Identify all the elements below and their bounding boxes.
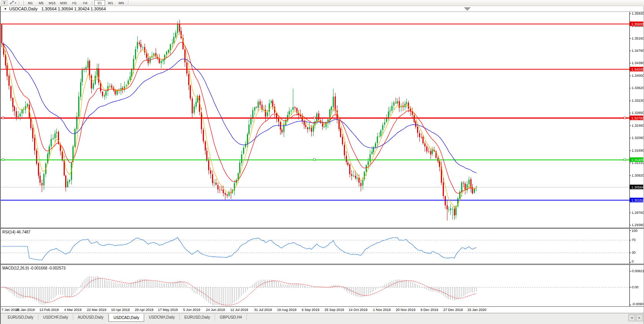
rsi-panel-canvas[interactable] <box>1 229 644 264</box>
timeframe-buttons: M1M5M15M30H1H4D1W1MN <box>25 0 130 6</box>
timeframe-button-H4[interactable]: H4 <box>80 0 90 6</box>
chart-tab-USDCNH-Daily[interactable]: USDCNH,Daily <box>144 314 180 321</box>
chart-tab-GBPUSD-H4[interactable]: GBPUSD,H4 <box>215 314 247 321</box>
toolbar-separator <box>92 1 93 5</box>
date-tick-label: 13 Feb 2019 <box>39 308 59 312</box>
chart-tab-bar: EURUSD,DailyUSDCHF,DailyAUDUSD,DailyUSDC… <box>1 313 644 324</box>
date-tick-label: 9 Dec 2019 <box>421 308 438 312</box>
date-axis[interactable]: 7 Jan 201925 Jan 201913 Feb 20194 Mar 20… <box>1 306 644 313</box>
date-tick-label: 25 Sep 2019 <box>324 308 344 312</box>
timeframe-button-M15[interactable]: M15 <box>46 0 58 6</box>
chart-tab-EURUSD-Daily[interactable]: EURUSD,Daily <box>180 314 215 321</box>
text-label-tool-button[interactable]: T <box>2 0 7 6</box>
macd-label: MACD(12,26,9) -0.001668 -0.002573 <box>2 266 66 270</box>
toolbar-separator <box>19 1 20 5</box>
date-tick-label: 27 Dec 2019 <box>443 308 463 312</box>
timeframe-button-D1[interactable]: D1 <box>94 0 105 6</box>
chart-window: ▼ USDCAD,Daily 1.30564 1.30594 1.30424 1… <box>0 6 644 324</box>
date-tick-label: 20 Nov 2019 <box>396 308 415 312</box>
timeframe-button-M5[interactable]: M5 <box>36 0 46 6</box>
chart-title-strip: ▼ USDCAD,Daily 1.30564 1.30594 1.30424 1… <box>1 6 644 12</box>
timeframe-button-M1[interactable]: M1 <box>25 0 36 6</box>
chart-tab-EURUSD-Daily[interactable]: EURUSD,Daily <box>3 314 38 321</box>
timeframe-button-M30[interactable]: M30 <box>58 0 69 6</box>
timeframe-button-W1[interactable]: W1 <box>105 0 116 6</box>
collapse-triangle-icon[interactable]: ▼ <box>4 7 7 11</box>
chart-tab-USDCHF-Daily[interactable]: USDCHF,Daily <box>38 314 73 321</box>
tab-scroll-left-button[interactable]: ◂ <box>628 314 635 321</box>
chart-shift-marker[interactable] <box>464 7 471 11</box>
timeframe-button-H1[interactable]: H1 <box>69 0 80 6</box>
main-chart-canvas[interactable] <box>1 12 644 228</box>
rsi-label: RSI(14) 46.7487 <box>2 230 30 234</box>
date-tick-label: 19 Aug 2019 <box>277 308 297 312</box>
date-tick-label: 12 Jul 2019 <box>230 308 248 312</box>
chart-tab-AUDUSD-Daily[interactable]: AUDUSD,Daily <box>73 314 108 321</box>
macd-panel-canvas[interactable] <box>1 265 644 306</box>
date-tick-label: 24 Jun 2019 <box>206 308 225 312</box>
date-tick-label: 5 Jun 2019 <box>183 308 200 312</box>
timeframe-toolbar: T ▾ M1M5M15M30H1H4D1W1MN <box>0 0 644 6</box>
toolbar-grip <box>22 1 24 5</box>
date-tick-label: 4 Mar 2019 <box>64 308 82 312</box>
dropdown-caret-icon: ▾ <box>15 2 16 5</box>
date-tick-label: 31 Jul 2019 <box>254 308 272 312</box>
date-tick-label: 25 Jan 2019 <box>16 308 35 312</box>
date-tick-label: 6 Sep 2019 <box>302 308 319 312</box>
chart-tab-USDCAD-Daily[interactable]: USDCAD,Daily <box>108 314 144 322</box>
toolbar-separator <box>128 1 129 5</box>
date-tick-label: 29 Apr 2019 <box>135 308 154 312</box>
cursor-tool-button[interactable]: ▾ <box>8 0 18 6</box>
date-tick-label: 10 Apr 2019 <box>111 308 130 312</box>
chart-ohlc-values: 1.30564 1.30594 1.30424 1.30564 <box>41 7 106 11</box>
chart-symbol-period: USDCAD,Daily <box>9 7 38 11</box>
date-tick-label: 15 Jan 2020 <box>467 308 486 312</box>
tab-scroll-right-button[interactable]: ▸ <box>636 314 643 321</box>
date-tick-label: 14 Oct 2019 <box>348 308 367 312</box>
date-tick-label: 17 May 2019 <box>158 308 178 312</box>
date-tick-label: 1 Nov 2019 <box>373 308 391 312</box>
move-crosshair-icon <box>10 0 14 5</box>
timeframe-button-MN[interactable]: MN <box>116 0 127 6</box>
date-tick-label: 22 Mar 2019 <box>87 308 107 312</box>
